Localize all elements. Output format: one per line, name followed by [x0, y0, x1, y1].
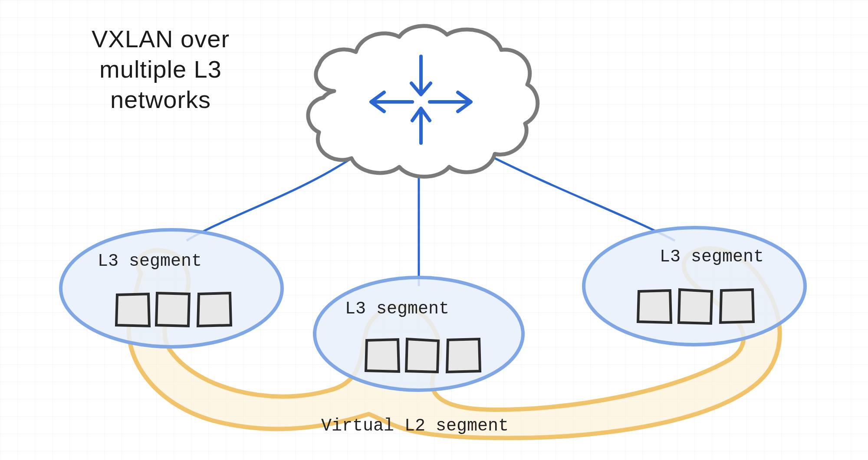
l3-segment-middle: [315, 277, 523, 390]
cloud-router: [308, 26, 538, 177]
link-cloud-left: [187, 158, 352, 241]
diagram-canvas: VXLAN over multiple L3 networks L3 segme…: [0, 0, 868, 460]
l3-segment-left-label: L3 segment: [98, 251, 202, 271]
title-line-3: networks: [61, 85, 260, 115]
svg-point-5: [315, 277, 523, 390]
l3-segment-left: [61, 230, 282, 347]
virtual-l2-label: Virtual L2 segment: [321, 416, 509, 436]
l3-segment-middle-label: L3 segment: [345, 299, 449, 319]
node-group-middle: [366, 339, 480, 372]
l3-segment-right-label: L3 segment: [660, 247, 764, 267]
node-group-right: [638, 290, 753, 323]
l3-segment-right: [584, 228, 805, 345]
link-cloud-right: [490, 156, 675, 241]
node-group-left: [116, 293, 231, 326]
title-line-2: multiple L3: [61, 54, 260, 85]
svg-point-6: [584, 228, 805, 345]
svg-point-4: [61, 230, 282, 347]
diagram-title: VXLAN over multiple L3 networks: [61, 24, 260, 115]
title-line-1: VXLAN over: [61, 24, 260, 54]
